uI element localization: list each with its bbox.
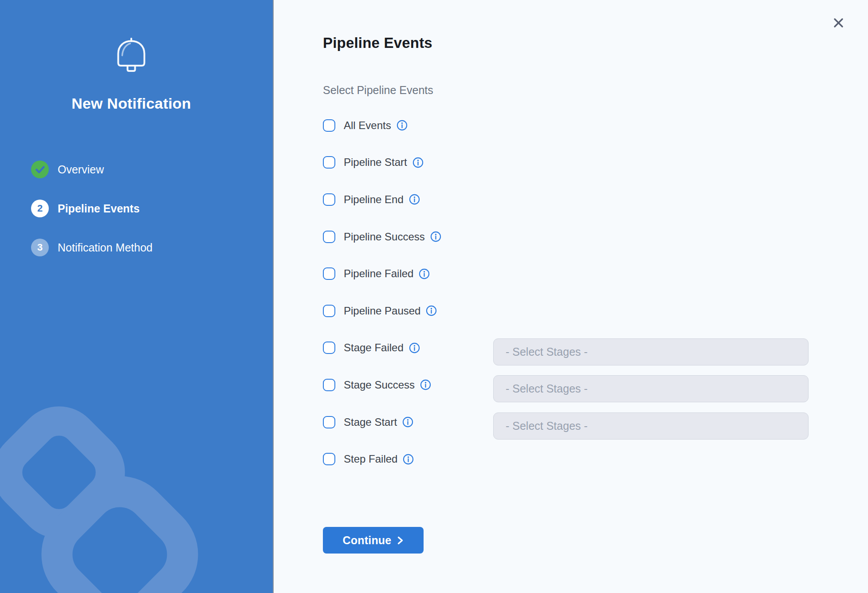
- close-button[interactable]: [830, 15, 846, 31]
- info-icon[interactable]: [402, 453, 414, 465]
- event-label: Stage Success: [344, 379, 415, 391]
- step-label: Overview: [58, 163, 104, 176]
- stage-select-value: - Select Stages -: [506, 382, 588, 395]
- info-icon[interactable]: [412, 157, 424, 169]
- sidebar-header: New Notification: [0, 37, 263, 112]
- stage-select[interactable]: - Select Stages -: [493, 338, 809, 365]
- step-label: Pipeline Events: [58, 202, 140, 215]
- panel-title: Pipeline Events: [323, 35, 432, 51]
- close-icon: [833, 17, 844, 29]
- event-row: Step Failed: [323, 440, 837, 478]
- step-number: 2: [31, 200, 49, 217]
- continue-button[interactable]: Continue: [323, 527, 424, 554]
- event-row: Stage Start - Select Stages -: [323, 404, 837, 441]
- chevron-right-icon: [397, 536, 404, 545]
- pipeline-events-panel: Pipeline Events Select Pipeline Events A…: [274, 0, 868, 593]
- event-label: Stage Start: [344, 416, 397, 428]
- step-label: Notification Method: [58, 241, 153, 254]
- event-label: Pipeline End: [344, 193, 404, 206]
- event-checkbox[interactable]: [323, 416, 335, 428]
- info-icon[interactable]: [408, 193, 420, 205]
- panel-subtitle: Select Pipeline Events: [323, 84, 433, 97]
- stage-select-value: - Select Stages -: [506, 420, 588, 432]
- info-icon[interactable]: [418, 268, 430, 280]
- sidebar-title: New Notification: [0, 95, 263, 112]
- event-row: Pipeline Success: [323, 218, 837, 255]
- step-check-icon: [31, 161, 49, 178]
- event-checkbox[interactable]: [323, 305, 335, 317]
- info-icon[interactable]: [396, 119, 408, 131]
- continue-button-label: Continue: [343, 534, 392, 547]
- steps-list: Overview 2 Pipeline Events 3 Notificatio…: [31, 161, 153, 278]
- info-icon[interactable]: [430, 231, 442, 243]
- event-checkbox[interactable]: [323, 453, 335, 465]
- step-item-overview[interactable]: Overview: [31, 161, 153, 178]
- info-icon[interactable]: [402, 416, 414, 428]
- notification-bell-icon: [117, 37, 146, 75]
- info-icon[interactable]: [425, 305, 437, 317]
- event-label: Stage Failed: [344, 342, 404, 354]
- event-row: Pipeline Start: [323, 144, 837, 181]
- event-label: Pipeline Start: [344, 156, 407, 169]
- info-icon[interactable]: [420, 379, 432, 391]
- event-row: All Events: [323, 107, 837, 144]
- new-notification-modal: New Notification Overview 2 Pipeline Eve…: [0, 0, 868, 593]
- sidebar: New Notification Overview 2 Pipeline Eve…: [0, 0, 274, 593]
- info-icon[interactable]: [408, 342, 420, 354]
- brand-watermark-logo: [0, 381, 274, 593]
- event-row: Stage Success - Select Stages -: [323, 366, 837, 404]
- stage-select[interactable]: - Select Stages -: [493, 375, 809, 402]
- step-item-pipeline-events[interactable]: 2 Pipeline Events: [31, 200, 153, 217]
- events-list: All Events Pipeline Start Pipeline End: [323, 107, 837, 478]
- event-checkbox[interactable]: [323, 342, 335, 354]
- event-label: Pipeline Failed: [344, 267, 413, 280]
- event-row: Pipeline End: [323, 181, 837, 218]
- event-row: Pipeline Paused: [323, 292, 837, 330]
- stage-select[interactable]: - Select Stages -: [493, 412, 809, 440]
- event-label: Pipeline Paused: [344, 305, 420, 317]
- event-checkbox[interactable]: [323, 267, 335, 280]
- event-checkbox[interactable]: [323, 119, 335, 132]
- stage-select-value: - Select Stages -: [506, 346, 588, 358]
- event-checkbox[interactable]: [323, 379, 335, 391]
- event-row: Pipeline Failed: [323, 255, 837, 292]
- event-checkbox[interactable]: [323, 231, 335, 243]
- step-item-notification-method[interactable]: 3 Notification Method: [31, 239, 153, 256]
- event-label: Pipeline Success: [344, 231, 425, 243]
- step-number: 3: [31, 239, 49, 256]
- event-label: Step Failed: [344, 453, 397, 465]
- event-checkbox[interactable]: [323, 156, 335, 169]
- event-row: Stage Failed - Select Stages -: [323, 330, 837, 367]
- event-checkbox[interactable]: [323, 193, 335, 206]
- event-label: All Events: [344, 119, 391, 132]
